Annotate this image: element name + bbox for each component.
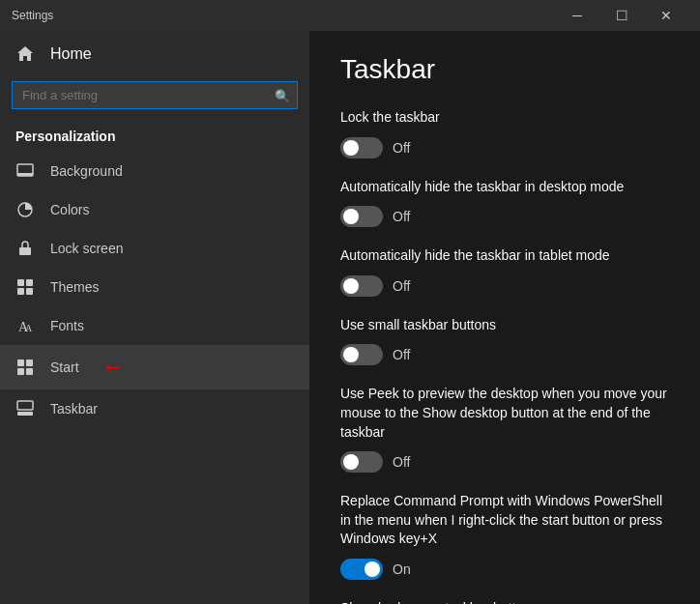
home-label: Home (50, 45, 92, 63)
setting-powershell: Replace Command Prompt with Windows Powe… (340, 492, 669, 580)
sidebar-item-themes[interactable]: Themes (0, 268, 309, 306)
lockscreen-icon (15, 239, 35, 258)
svg-rect-7 (26, 288, 33, 295)
setting-hide-tablet-label: Automatically hide the taskbar in tablet… (340, 246, 669, 266)
toggle-hide-desktop[interactable] (340, 206, 383, 227)
sidebar-item-fonts[interactable]: A A Fonts (0, 306, 309, 345)
start-label: Start (50, 360, 79, 375)
colors-icon (15, 200, 35, 219)
taskbar-label: Taskbar (50, 401, 98, 417)
setting-powershell-label: Replace Command Prompt with Windows Powe… (340, 492, 669, 549)
fonts-label: Fonts (50, 318, 84, 333)
sidebar-item-home[interactable]: Home (0, 31, 309, 77)
setting-small-buttons-label: Use small taskbar buttons (340, 316, 669, 335)
themes-icon (15, 277, 35, 297)
toggle-row-peek: Off (340, 451, 669, 473)
toggle-row-small-buttons: Off (340, 344, 669, 365)
toggle-state-hide-desktop: Off (393, 209, 410, 224)
window-controls: ─ ☐ ✕ (555, 0, 688, 31)
background-label: Background (50, 163, 123, 179)
svg-text:A: A (25, 323, 33, 333)
background-icon (15, 161, 35, 181)
page-title: Taskbar (340, 54, 669, 85)
toggle-row-lock-taskbar: Off (340, 137, 669, 158)
toggle-state-small-buttons: Off (393, 347, 410, 362)
svg-rect-6 (17, 288, 24, 295)
lockscreen-label: Lock screen (50, 241, 123, 256)
toggle-hide-tablet[interactable] (340, 275, 383, 297)
search-icon: 🔍 (275, 88, 290, 102)
home-icon (15, 44, 35, 64)
setting-hide-tablet: Automatically hide the taskbar in tablet… (340, 246, 669, 297)
right-panel: Taskbar Lock the taskbar Off Automatical… (309, 31, 700, 604)
toggle-knob-peek (343, 454, 359, 470)
search-input[interactable] (12, 81, 298, 109)
title-bar: Settings ─ ☐ ✕ (0, 0, 700, 31)
sidebar: Home 🔍 Personalization Background (0, 31, 309, 604)
close-button[interactable]: ✕ (644, 0, 688, 31)
svg-rect-14 (17, 412, 33, 416)
minimize-button[interactable]: ─ (555, 0, 599, 31)
setting-lock-taskbar-label: Lock the taskbar (340, 108, 669, 128)
toggle-state-powershell: On (393, 561, 411, 577)
svg-rect-5 (26, 279, 33, 286)
svg-rect-1 (17, 173, 33, 176)
svg-rect-13 (26, 368, 33, 375)
setting-peek: Use Peek to preview the desktop when you… (340, 385, 669, 473)
toggle-peek[interactable] (340, 451, 383, 473)
sidebar-item-colors[interactable]: Colors (0, 190, 309, 229)
toggle-state-peek: Off (393, 454, 410, 470)
sidebar-item-lockscreen[interactable]: Lock screen (0, 229, 309, 268)
toggle-small-buttons[interactable] (340, 344, 383, 365)
setting-badges-label: Show badges on taskbar buttons (340, 599, 669, 604)
svg-rect-4 (17, 279, 24, 286)
search-box: 🔍 (12, 81, 298, 109)
setting-small-buttons: Use small taskbar buttons Off (340, 316, 669, 366)
fonts-icon: A A (15, 316, 35, 335)
toggle-knob-hide-tablet (343, 278, 359, 294)
section-title: Personalization (0, 121, 309, 152)
toggle-row-powershell: On (340, 559, 669, 580)
sidebar-item-taskbar[interactable]: Taskbar (0, 389, 309, 428)
toggle-powershell[interactable] (340, 559, 383, 580)
svg-rect-15 (17, 401, 33, 410)
setting-hide-desktop-label: Automatically hide the taskbar in deskto… (340, 178, 669, 197)
toggle-knob-lock-taskbar (343, 140, 359, 156)
app-title: Settings (12, 9, 555, 22)
toggle-state-hide-tablet: Off (393, 278, 410, 294)
setting-hide-desktop: Automatically hide the taskbar in deskto… (340, 178, 669, 228)
toggle-row-hide-desktop: Off (340, 206, 669, 227)
red-arrow-icon: ← (102, 355, 124, 380)
setting-peek-label: Use Peek to preview the desktop when you… (340, 385, 669, 442)
toggle-lock-taskbar[interactable] (340, 137, 383, 158)
svg-rect-11 (26, 360, 33, 366)
toggle-knob-small-buttons (343, 347, 359, 362)
svg-rect-10 (17, 360, 24, 366)
toggle-knob-powershell (365, 561, 380, 577)
colors-label: Colors (50, 202, 89, 217)
taskbar-icon (15, 399, 35, 418)
toggle-knob-hide-desktop (343, 209, 359, 224)
sidebar-item-start[interactable]: Start ← (0, 345, 309, 389)
setting-badges: Show badges on taskbar buttons On (340, 599, 669, 604)
maximize-button[interactable]: ☐ (599, 0, 644, 31)
setting-lock-taskbar: Lock the taskbar Off (340, 108, 669, 158)
toggle-state-lock-taskbar: Off (393, 140, 410, 156)
svg-rect-12 (17, 368, 24, 375)
svg-rect-3 (19, 247, 31, 255)
main-content: Home 🔍 Personalization Background (0, 31, 700, 604)
start-icon (15, 358, 35, 377)
toggle-row-hide-tablet: Off (340, 275, 669, 297)
themes-label: Themes (50, 279, 100, 295)
sidebar-item-background[interactable]: Background (0, 152, 309, 190)
